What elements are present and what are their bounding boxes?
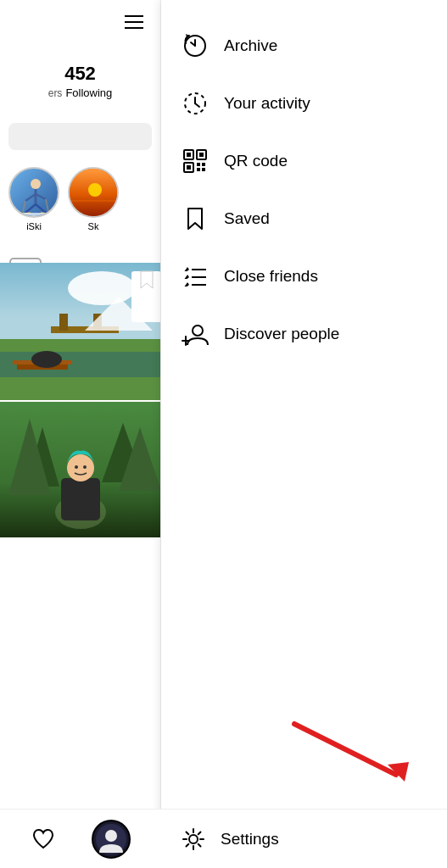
discover-people-label: Discover people <box>224 325 339 343</box>
svg-rect-21 <box>59 314 68 331</box>
highlight-item-iski[interactable]: iSki <box>8 167 59 231</box>
hamburger-icon[interactable] <box>125 15 143 29</box>
following-label: Following <box>65 86 112 99</box>
svg-point-36 <box>75 465 78 469</box>
discover-people-icon <box>182 320 209 348</box>
settings-label: Settings <box>221 830 279 849</box>
highlight-item-sk[interactable]: Sk <box>68 167 119 231</box>
svg-line-5 <box>36 204 46 213</box>
avatar-icon <box>96 824 126 854</box>
menu-item-qr-code[interactable]: QR code <box>161 132 447 190</box>
following-label-row: ers Following <box>8 85 152 99</box>
svg-rect-46 <box>187 165 191 170</box>
svg-marker-55 <box>185 282 190 287</box>
archive-icon <box>182 32 209 59</box>
svg-rect-42 <box>187 153 191 157</box>
svg-point-37 <box>83 465 87 469</box>
saved-label: Saved <box>224 209 270 228</box>
svg-rect-50 <box>202 168 205 171</box>
heart-icon[interactable] <box>31 827 55 851</box>
svg-marker-53 <box>185 275 190 279</box>
svg-point-64 <box>189 835 198 843</box>
following-prefix: ers <box>48 87 63 99</box>
activity-label: Your activity <box>224 94 310 113</box>
bottom-bar: Settings <box>0 809 447 868</box>
qr-code-icon <box>182 147 209 175</box>
photo-scene-2 <box>0 402 161 537</box>
svg-line-2 <box>25 194 36 201</box>
saved-icon <box>182 205 209 232</box>
svg-line-3 <box>36 194 46 199</box>
settings-item[interactable]: Settings <box>161 827 447 851</box>
menu-item-close-friends[interactable]: Close friends <box>161 248 447 305</box>
highlight2-label: Sk <box>88 221 99 231</box>
svg-point-12 <box>88 183 102 197</box>
photo-2[interactable] <box>0 402 161 537</box>
hamburger-area[interactable] <box>0 0 160 37</box>
svg-marker-61 <box>388 762 409 782</box>
svg-point-0 <box>31 179 41 189</box>
svg-rect-34 <box>61 478 100 520</box>
profile-stats: 452 ers Following <box>0 37 160 108</box>
search-bar[interactable] <box>8 123 152 150</box>
svg-point-57 <box>193 326 203 336</box>
highlight-circle-ski2 <box>68 167 119 218</box>
close-friends-label: Close friends <box>224 267 318 286</box>
qr-code-label: QR code <box>224 152 288 170</box>
activity-icon <box>182 90 209 117</box>
red-arrow <box>286 715 422 783</box>
highlight-circle-iski <box>8 167 59 218</box>
highlights-row: iSki <box>0 159 160 240</box>
bottom-left-icons <box>0 820 161 859</box>
svg-marker-51 <box>185 267 190 271</box>
menu-item-archive[interactable]: Archive <box>161 17 447 75</box>
svg-line-9 <box>46 199 49 215</box>
menu-item-your-activity[interactable]: Your activity <box>161 75 447 132</box>
left-profile-panel: 452 ers Following <box>0 0 161 868</box>
highlight1-label: iSki <box>26 221 42 231</box>
menu-list: Archive Your activity <box>161 0 447 363</box>
settings-icon <box>182 827 205 851</box>
right-dropdown-panel: Archive Your activity <box>161 0 447 868</box>
svg-point-25 <box>31 351 62 368</box>
svg-rect-47 <box>197 163 200 166</box>
svg-rect-10 <box>10 213 59 218</box>
photo-1[interactable] <box>0 263 161 400</box>
svg-point-63 <box>105 830 117 842</box>
close-friends-icon <box>182 263 209 290</box>
svg-line-60 <box>294 724 396 775</box>
menu-item-saved[interactable]: Saved <box>161 190 447 248</box>
svg-rect-49 <box>197 168 200 171</box>
svg-line-4 <box>25 204 36 213</box>
svg-point-35 <box>67 454 94 481</box>
profile-avatar[interactable] <box>92 820 131 859</box>
bookmark-icon <box>139 270 154 290</box>
archive-label: Archive <box>224 36 277 55</box>
svg-point-17 <box>68 271 136 305</box>
svg-rect-48 <box>202 163 205 166</box>
svg-rect-44 <box>199 153 204 157</box>
photo-scene-1 <box>0 263 161 400</box>
menu-item-discover-people[interactable]: Discover people <box>161 305 447 363</box>
following-count: 452 <box>8 63 152 85</box>
